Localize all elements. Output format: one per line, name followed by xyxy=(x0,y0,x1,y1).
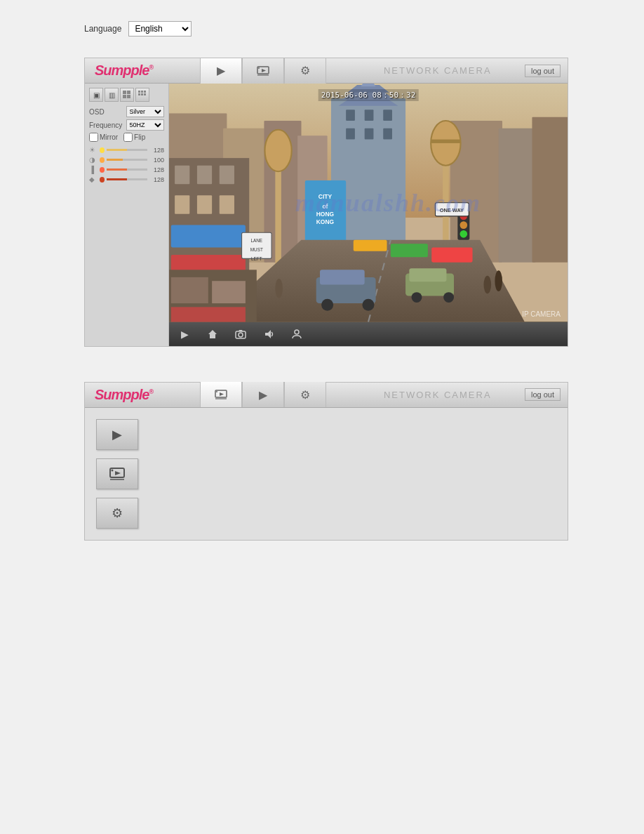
tab-playback-1[interactable] xyxy=(242,58,284,84)
network-camera-label-1: NETWORK CAMERA xyxy=(350,65,524,76)
logout-button-2[interactable]: log out xyxy=(525,388,561,401)
svg-rect-5 xyxy=(127,91,130,94)
svg-point-62 xyxy=(443,292,454,303)
logout-button-1[interactable]: log out xyxy=(525,65,561,77)
svg-marker-83 xyxy=(208,330,217,338)
svg-rect-4 xyxy=(123,91,126,94)
svg-rect-76 xyxy=(431,247,472,262)
mirror-checkbox[interactable] xyxy=(89,133,98,142)
svg-marker-87 xyxy=(265,330,271,338)
svg-text:CITY: CITY xyxy=(318,193,333,200)
contrast-slider-row: ◑ 100 xyxy=(89,156,164,164)
video-controls-1: ▶ xyxy=(169,322,568,346)
svg-point-68 xyxy=(460,221,468,229)
video-timestamp: 2015-06-06 08：50：32 xyxy=(318,89,419,101)
tab-settings-1[interactable]: ⚙ xyxy=(284,58,326,84)
svg-text:LEFT: LEFT xyxy=(251,256,262,261)
language-label: Language xyxy=(84,24,121,34)
audio-button[interactable] xyxy=(260,326,277,343)
svg-text:HONG: HONG xyxy=(316,211,335,218)
contrast-dot xyxy=(100,157,105,163)
svg-point-52 xyxy=(264,130,291,171)
svg-rect-12 xyxy=(141,93,143,95)
home-button[interactable] xyxy=(204,326,221,343)
language-section: Language English Chinese French German S… xyxy=(0,0,644,51)
svg-rect-7 xyxy=(127,95,130,98)
svg-rect-29 xyxy=(365,110,374,121)
tab-live-2[interactable]: ▶ xyxy=(242,382,284,407)
svg-rect-40 xyxy=(220,195,234,214)
svg-rect-41 xyxy=(171,225,246,248)
camera-header-2: Sumpple® ▶ ⚙ NETWORK CAMERA log out xyxy=(85,383,568,408)
icon-quad[interactable] xyxy=(120,88,134,102)
header-tabs-1: ▶ ⚙ xyxy=(176,58,350,84)
video-frame-1: CITY of HONG KONG xyxy=(169,84,568,322)
svg-point-69 xyxy=(460,230,468,238)
svg-point-90 xyxy=(216,391,217,392)
svg-marker-27 xyxy=(361,84,375,86)
svg-marker-3 xyxy=(262,69,266,72)
tab-playback-2[interactable] xyxy=(200,382,242,407)
video-area-1: CITY of HONG KONG xyxy=(169,84,568,346)
svg-rect-33 xyxy=(383,128,392,140)
svg-rect-36 xyxy=(197,166,212,185)
svg-rect-39 xyxy=(197,195,212,214)
svg-rect-11 xyxy=(138,93,140,95)
brightness-track xyxy=(107,149,147,151)
saturation-slider-row: ▐ 128 xyxy=(89,166,164,173)
svg-rect-22 xyxy=(532,117,568,263)
saturation-icon: ▐ xyxy=(89,166,98,173)
language-select[interactable]: English Chinese French German Spanish xyxy=(128,21,192,37)
saturation-fill xyxy=(107,168,127,171)
svg-rect-60 xyxy=(409,268,446,282)
contrast-fill xyxy=(107,159,122,161)
flip-checkbox[interactable] xyxy=(123,133,133,142)
svg-rect-82 xyxy=(171,307,246,322)
svg-text:MUST: MUST xyxy=(250,247,263,252)
osd-control: OSD Silver White Black xyxy=(89,106,164,117)
osd-select[interactable]: Silver White Black xyxy=(126,106,164,117)
cam2-live-button[interactable]: ▶ xyxy=(96,419,138,450)
sharpness-fill xyxy=(107,178,127,180)
logo-1: Sumpple® xyxy=(85,62,176,79)
user-button[interactable] xyxy=(288,326,305,343)
sharpness-value: 128 xyxy=(149,176,164,183)
svg-rect-9 xyxy=(141,91,143,93)
svg-rect-50 xyxy=(431,140,460,143)
contrast-track xyxy=(107,159,147,161)
snapshot-button[interactable] xyxy=(232,326,249,343)
flip-label: Flip xyxy=(134,133,145,141)
frequency-control: Frequency 50HZ 60HZ xyxy=(89,119,164,131)
tab-live-1[interactable]: ▶ xyxy=(200,58,242,84)
mirror-flip-row: Mirror Flip xyxy=(89,133,164,142)
mirror-label: Mirror xyxy=(100,133,118,141)
svg-point-65 xyxy=(275,279,283,298)
svg-point-85 xyxy=(239,333,243,337)
svg-rect-28 xyxy=(346,110,355,121)
svg-point-88 xyxy=(295,330,299,334)
brightness-slider-row: ☀ 128 xyxy=(89,146,164,154)
svg-rect-21 xyxy=(499,128,536,263)
svg-marker-86 xyxy=(239,330,243,331)
osd-label: OSD xyxy=(89,108,123,116)
saturation-value: 128 xyxy=(149,166,164,173)
network-camera-label-2: NETWORK CAMERA xyxy=(350,390,524,400)
svg-rect-35 xyxy=(175,166,189,185)
cam2-settings-button[interactable]: ⚙ xyxy=(96,498,138,529)
svg-marker-96 xyxy=(115,471,121,475)
svg-text:ONE WAY: ONE WAY xyxy=(440,207,464,213)
icon-multi[interactable] xyxy=(135,88,149,102)
svg-point-64 xyxy=(495,270,502,291)
icon-single[interactable]: ▣ xyxy=(89,88,103,102)
play-button[interactable]: ▶ xyxy=(176,326,193,343)
icon-dual[interactable]: ▥ xyxy=(105,88,119,102)
frequency-select[interactable]: 50HZ 60HZ xyxy=(126,119,164,131)
cam2-playback-button[interactable] xyxy=(96,458,138,489)
view-mode-icons: ▣ ▥ xyxy=(89,88,164,102)
sharpness-track xyxy=(107,178,147,180)
svg-point-1 xyxy=(258,67,260,69)
svg-point-94 xyxy=(112,469,114,471)
svg-rect-30 xyxy=(383,110,392,121)
tab-settings-2[interactable]: ⚙ xyxy=(284,382,326,407)
svg-point-58 xyxy=(363,299,375,311)
